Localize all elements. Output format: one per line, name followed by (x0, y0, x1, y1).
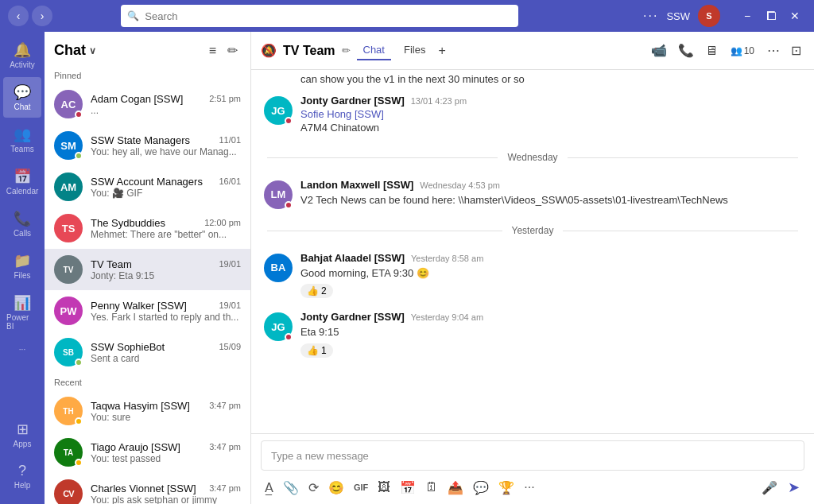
chat-name: Penny Walker [SSW] (91, 300, 187, 312)
avatar-adam-cogan: AC (54, 90, 83, 118)
filter-button[interactable]: ≡ (206, 41, 219, 60)
attach-button[interactable]: 📎 (279, 477, 303, 498)
chat-time: 15/09 (219, 342, 241, 351)
edit-channel-name-icon[interactable]: ✏ (342, 45, 351, 56)
message-group-jonty-2: JG Jonty Gardner [SSW] Yesterday 9:04 am… (251, 304, 814, 364)
msg-text: V2 Tech News can be found here: \\hamste… (300, 192, 801, 208)
user-avatar[interactable]: S (698, 5, 720, 27)
sidebar-title-chevron[interactable]: ∨ (89, 45, 96, 56)
day-separator-yesterday: Yesterday (251, 215, 814, 246)
members-button[interactable]: 👥 10 (726, 42, 759, 60)
loop-button[interactable]: ⟳ (304, 477, 323, 498)
chat-preview: Sent a card (91, 353, 241, 364)
powerbi-icon: 📊 (14, 294, 31, 312)
chat-item-charles[interactable]: CV Charles Vionnet [SSW]3:47 pm You: pls… (45, 473, 250, 504)
sidebar-item-chat[interactable]: 💬 Chat (3, 77, 41, 118)
chat-item-tiago[interactable]: TA Tiago Araujo [SSW]3:47 pm You: test p… (45, 432, 250, 473)
dictate-button[interactable]: 🎤 (758, 477, 781, 498)
chat-time: 3:47 pm (209, 483, 241, 493)
topic-button[interactable]: 💬 (469, 477, 493, 498)
reaction-button[interactable]: 👍 2 (300, 284, 333, 298)
chat-item-sophiebot[interactable]: SB SSW SophieBot15/09 Sent a card (45, 331, 250, 373)
reaction-count: 2 (321, 285, 327, 297)
avatar-landon: LM (264, 180, 293, 209)
meet-now-button[interactable]: 📅 (396, 477, 420, 498)
forward-button[interactable]: › (32, 6, 52, 26)
message-group-jonty-1: JG Jonty Gardner [SSW] 13/01 4:23 pm Sof… (251, 88, 814, 142)
sidebar-item-powerbi[interactable]: 📊 Power BI (3, 288, 41, 337)
help-label: Help (14, 481, 31, 490)
avatar-jonty-2: JG (264, 312, 293, 341)
send-button[interactable]: ➤ (783, 475, 804, 499)
chat-item-adam-cogan[interactable]: AC Adam Cogan [SSW]2:51 pm ... (45, 83, 250, 125)
message-input-box[interactable]: Type a new message (261, 440, 804, 471)
minimize-button[interactable]: − (736, 5, 758, 27)
sidebar-item-teams[interactable]: 👥 Teams (3, 119, 41, 160)
chat-item-penny[interactable]: PW Penny Walker [SSW]19/01 Yes. Fark I s… (45, 290, 250, 331)
chat-item-taqwa[interactable]: TH Taqwa Hasyim [SSW]3:47 pm You: sure (45, 390, 250, 432)
back-button[interactable]: ‹ (8, 6, 29, 26)
chat-time: 16/01 (219, 176, 241, 186)
schedule-meeting-button[interactable]: 🗓 (421, 477, 442, 498)
close-button[interactable]: ✕ (784, 5, 806, 27)
avatar-tv-team: TV (54, 255, 83, 284)
search-bar: 🔍 (121, 5, 518, 27)
sidebar-item-apps[interactable]: ⊞ Apps (3, 414, 41, 455)
reaction-count: 1 (321, 345, 327, 356)
chat-item-ssw-account[interactable]: AM SSW Account Managers16/01 You: 🎥 GIF (45, 166, 250, 207)
sidebar-item-files[interactable]: 📁 Files (3, 246, 41, 286)
chat-info-adam-cogan: Adam Cogan [SSW]2:51 pm ... (91, 93, 241, 116)
chat-name: Tiago Araujo [SSW] (91, 441, 180, 453)
chat-name: Charles Vionnet [SSW] (91, 483, 196, 494)
tab-files[interactable]: Files (397, 41, 432, 60)
message-input-placeholder: Type a new message (271, 450, 369, 462)
sidebar-item-calendar[interactable]: 📅 Calendar (3, 161, 41, 202)
chat-preview: You: test passed (91, 453, 241, 464)
add-tab-button[interactable]: + (438, 44, 445, 58)
more-toolbar-button[interactable]: ··· (520, 477, 538, 498)
search-input[interactable] (121, 5, 518, 27)
msg-author: Bahjat Alaadel [SSW] (300, 252, 405, 264)
delivery-options-button[interactable]: 📤 (444, 477, 467, 498)
chat-more-button[interactable]: ⋯ (764, 40, 783, 61)
sticker-button[interactable]: 🖼 (374, 477, 394, 498)
reaction-emoji: 👍 (307, 285, 319, 297)
reaction-button[interactable]: 👍 1 (300, 343, 333, 358)
message-content: Jonty Gardner [SSW] 13/01 4:23 pm Sofie … (300, 95, 801, 136)
leftnav-bottom: ⊞ Apps ? Help (3, 414, 41, 504)
more-options-button[interactable]: ··· (643, 9, 658, 23)
share-screen-button[interactable]: 🖥 (702, 41, 721, 61)
avatar-taqwa: TH (54, 397, 83, 425)
messages-area: can show you the v1 in the next 30 minut… (251, 70, 814, 433)
audio-call-button[interactable]: 📞 (675, 40, 697, 61)
calls-icon: 📞 (14, 210, 31, 227)
chat-item-sydbuddies[interactable]: TS The Sydbuddies12:00 pm Mehmet: There … (45, 207, 250, 249)
gif-button[interactable]: GIF (350, 479, 372, 495)
tab-chat[interactable]: Chat (357, 41, 391, 60)
chat-info-tv-team: TV Team19/01 Jonty: Eta 9:15 (91, 258, 241, 281)
maximize-button[interactable]: ⧠ (760, 5, 782, 27)
sidebar-item-help[interactable]: ? Help (3, 456, 41, 496)
message-input-area: Type a new message A̲ 📎 ⟳ 😊 GIF 🖼 📅 🗓 📤 … (251, 433, 814, 504)
titlebar-navigation: ‹ › (8, 6, 52, 26)
sidebar-item-activity[interactable]: 🔔 Activity (3, 35, 41, 76)
sidebar-item-more[interactable]: ··· (3, 339, 41, 360)
video-call-button[interactable]: 📹 (648, 40, 670, 61)
chat-list: Pinned AC Adam Cogan [SSW]2:51 pm ... SM… (45, 66, 250, 504)
msg-link[interactable]: Sofie Hong [SSW] (300, 108, 801, 120)
praise-button[interactable]: 🏆 (494, 477, 518, 498)
emoji-button[interactable]: 😊 (324, 477, 348, 498)
chat-preview: Mehmet: There are "better" on... (91, 229, 241, 240)
popout-button[interactable]: ⊡ (788, 40, 804, 61)
left-navigation: 🔔 Activity 💬 Chat 👥 Teams 📅 Calendar 📞 C… (0, 32, 45, 504)
chat-name: SSW Account Managers (91, 176, 203, 188)
chat-info-sydbuddies: The Sydbuddies12:00 pm Mehmet: There are… (91, 217, 241, 240)
format-text-button[interactable]: A̲ (261, 477, 277, 498)
sidebar: Chat ∨ ≡ ✏ Pinned AC Adam Cogan [SSW]2:5… (45, 32, 251, 504)
compose-button[interactable]: ✏ (224, 41, 241, 60)
chat-item-tv-team[interactable]: TV TV Team19/01 Jonty: Eta 9:15 (45, 249, 250, 290)
avatar-ssw-account: AM (54, 173, 83, 201)
sidebar-item-calls[interactable]: 📞 Calls (3, 204, 41, 244)
sidebar-header: Chat ∨ ≡ ✏ (45, 32, 250, 66)
chat-item-ssw-state[interactable]: SM SSW State Managers11/01 You: hey all,… (45, 125, 250, 166)
